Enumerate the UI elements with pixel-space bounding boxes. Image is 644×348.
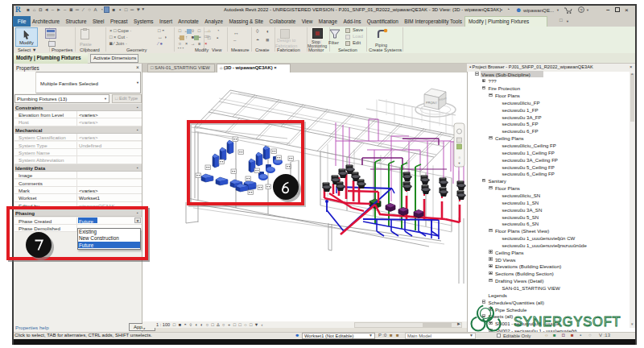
svg-text:FRONT: FRONT [426, 101, 438, 106]
svg-text:▼: ▼ [458, 161, 461, 165]
svg-text:SYNERGYSOFT: SYNERGYSOFT [514, 314, 621, 329]
svg-text:☼: ☼ [457, 155, 461, 160]
